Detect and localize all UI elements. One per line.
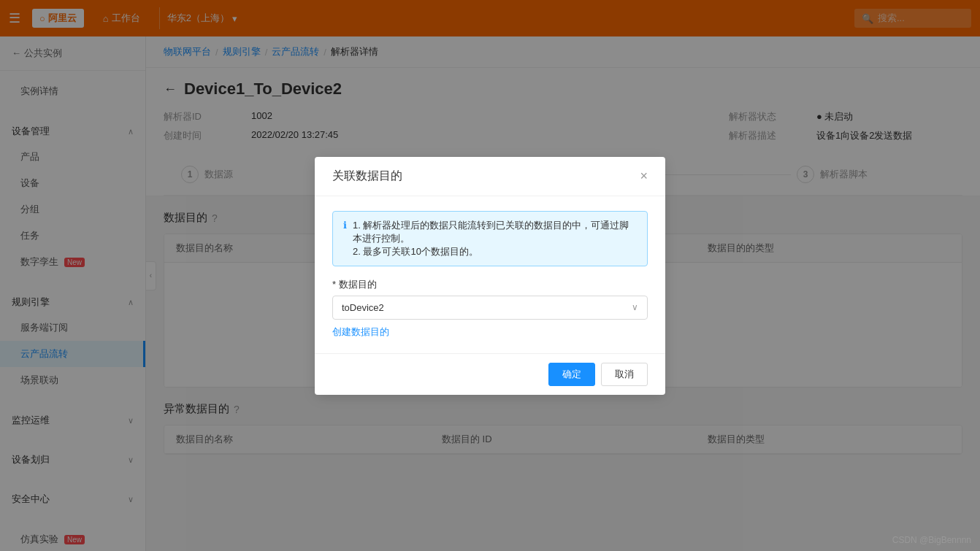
create-destination-link[interactable]: 创建数据目的: [332, 325, 648, 339]
destination-field-label: * 数据目的: [332, 278, 648, 291]
modal-alert: ℹ 1. 解析器处理后的数据只能流转到已关联的数据目的中，可通过脚本进行控制。 …: [332, 211, 648, 266]
modal-cancel-button[interactable]: 取消: [601, 363, 648, 386]
modal-footer: 确定 取消: [315, 353, 665, 395]
modal-close-button[interactable]: ×: [640, 169, 648, 184]
info-icon: ℹ: [343, 220, 347, 258]
modal-body: ℹ 1. 解析器处理后的数据只能流转到已关联的数据目的中，可通过脚本进行控制。 …: [315, 196, 665, 353]
watermark: CSDN @BigBennnn: [892, 535, 971, 545]
destination-select[interactable]: toDevice2 ∨: [332, 296, 648, 320]
modal-header: 关联数据目的 ×: [315, 157, 665, 196]
modal-confirm-button[interactable]: 确定: [548, 363, 595, 386]
modal-title: 关联数据目的: [332, 169, 402, 184]
associate-destination-modal: 关联数据目的 × ℹ 1. 解析器处理后的数据只能流转到已关联的数据目的中，可通…: [315, 157, 665, 395]
select-value: toDevice2: [342, 302, 384, 313]
chevron-down-icon: ∨: [632, 302, 638, 312]
modal-overlay[interactable]: 关联数据目的 × ℹ 1. 解析器处理后的数据只能流转到已关联的数据目的中，可通…: [0, 0, 980, 551]
modal-alert-text: 1. 解析器处理后的数据只能流转到已关联的数据目的中，可通过脚本进行控制。 2.…: [353, 219, 637, 258]
